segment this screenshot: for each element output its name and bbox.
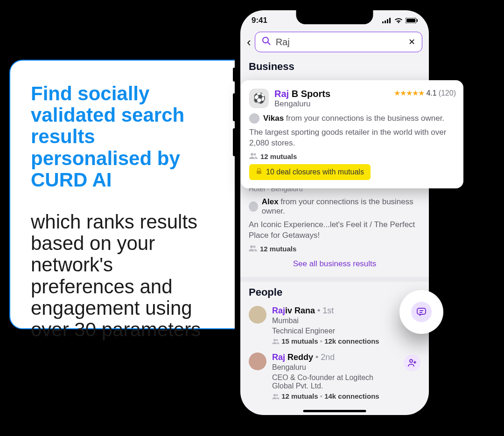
section-divider	[240, 277, 429, 282]
deal-text: 10 deal closures with mutuals	[266, 168, 364, 176]
result-description: The largest sporting goods retailer in t…	[249, 127, 456, 149]
svg-point-13	[273, 394, 276, 396]
svg-rect-1	[385, 21, 386, 23]
promo-subtext: which ranks results based on your networ…	[31, 211, 216, 340]
person-location: Mumbai	[272, 317, 420, 325]
person-location: Bengaluru	[272, 363, 398, 372]
result-header: ⚽ Raj B Sports Bengaluru ★★★★★ 4.1 (120)	[249, 89, 456, 109]
svg-rect-2	[387, 19, 388, 23]
phone-side-button	[233, 68, 236, 82]
phone-side-button	[233, 93, 236, 121]
person-stats: 12 mutuals • 14k connections	[272, 392, 398, 400]
result-description: An Iconic Experience...let's Feel it / T…	[249, 220, 420, 241]
search-field[interactable]: ✕	[255, 32, 422, 52]
people-list: Rajiv Rana • 1st Mumbai Technical Engine…	[245, 302, 424, 404]
person-role: Technical Engineer	[272, 327, 420, 335]
svg-point-10	[253, 245, 256, 248]
people-icon	[249, 245, 257, 253]
result-title-block: Raj B Sports Bengaluru	[274, 89, 388, 109]
person-name: Rajiv Rana • 1st	[272, 306, 420, 316]
phone-notch	[296, 10, 373, 24]
svg-line-8	[268, 42, 270, 45]
svg-point-9	[250, 245, 253, 248]
business-location: Bengaluru	[274, 99, 388, 109]
person-name: Raj Reddy • 2nd	[272, 353, 398, 362]
clear-icon[interactable]: ✕	[408, 37, 415, 47]
status-time: 9:41	[252, 16, 267, 25]
search-icon	[262, 36, 271, 48]
business-logo: ⚽	[249, 89, 269, 108]
status-right	[382, 18, 418, 23]
svg-point-12	[276, 339, 278, 341]
svg-rect-0	[382, 21, 384, 23]
owner-text: Alex from your connections is the busine…	[262, 197, 420, 216]
cellular-icon	[382, 18, 392, 23]
phone-frame: 9:41 ‹	[235, 5, 434, 421]
svg-rect-20	[257, 171, 261, 174]
svg-point-19	[254, 153, 256, 155]
battery-icon	[406, 18, 418, 23]
svg-rect-21	[417, 308, 426, 314]
wifi-icon	[394, 18, 403, 23]
owner-row: Alex from your connections is the busine…	[249, 197, 420, 216]
svg-rect-5	[406, 19, 415, 22]
owner-text: Vikas from your connections is the busin…	[263, 114, 444, 123]
mutuals-count: 12 mutuals	[260, 152, 297, 160]
rating-value: 4.1	[426, 89, 436, 97]
chat-fab[interactable]	[399, 290, 443, 334]
star-icon: ★★★★★	[394, 89, 424, 97]
home-indicator	[303, 410, 366, 412]
person-main: Raj Reddy • 2nd Bengaluru CEO & Co-found…	[272, 353, 398, 400]
svg-rect-6	[417, 19, 418, 22]
avatar	[249, 353, 266, 370]
rating: ★★★★★ 4.1 (120)	[394, 89, 456, 97]
rating-count: (120)	[439, 89, 456, 97]
chat-icon	[411, 302, 432, 322]
people-result-1[interactable]: Rajiv Rana • 1st Mumbai Technical Engine…	[249, 302, 420, 349]
lock-icon	[256, 168, 262, 176]
phone-side-button	[233, 128, 236, 156]
search-input[interactable]	[276, 37, 394, 48]
add-connection-button[interactable]	[404, 354, 420, 371]
business-result-featured[interactable]: ⚽ Raj B Sports Bengaluru ★★★★★ 4.1 (120)…	[241, 80, 463, 188]
promo-headline: Find socially validated search results p…	[31, 83, 216, 191]
deal-closures-chip: 10 deal closures with mutuals	[249, 164, 371, 180]
back-button[interactable]: ‹	[247, 35, 251, 49]
svg-rect-3	[389, 18, 391, 23]
section-title-people: People	[245, 282, 424, 302]
svg-point-15	[410, 360, 413, 362]
business-result-2[interactable]: Hotel · Bengaluru Alex from your connect…	[249, 185, 420, 275]
avatar	[249, 113, 259, 124]
owner-row: Vikas from your connections is the busin…	[249, 113, 456, 124]
person-role: CEO & Co-founder at Logitech Global Pvt.…	[272, 374, 393, 390]
person-main: Rajiv Rana • 1st Mumbai Technical Engine…	[272, 306, 420, 345]
see-all-business-link[interactable]: See all business results	[249, 253, 420, 275]
mutuals-row: 12 mutuals	[249, 152, 456, 160]
people-icon	[249, 152, 258, 160]
avatar	[249, 306, 266, 324]
mutuals-count: 12 mutuals	[260, 245, 296, 253]
search-row: ‹ ✕	[245, 32, 424, 56]
section-title-business: Business	[245, 56, 424, 76]
phone-screen: 9:41 ‹	[240, 10, 429, 415]
svg-point-18	[251, 153, 253, 156]
people-result-2[interactable]: Raj Reddy • 2nd Bengaluru CEO & Co-found…	[249, 349, 420, 404]
mutuals-row: 12 mutuals	[249, 245, 420, 253]
svg-point-7	[263, 37, 268, 43]
business-name: Raj B Sports	[274, 89, 388, 99]
svg-point-11	[273, 339, 276, 341]
svg-point-14	[276, 394, 278, 396]
avatar	[249, 201, 258, 212]
person-stats: 15 mutuals • 12k connections	[272, 337, 420, 345]
